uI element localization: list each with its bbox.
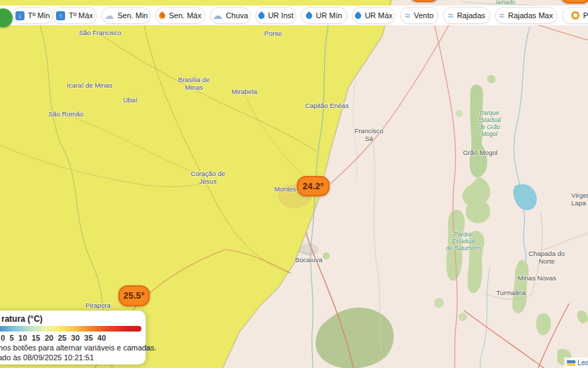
toolbar-button-label: Rajadas Max [508, 11, 553, 20]
legend-hint-text: nos botões para alternar variáveis e cam… [0, 343, 157, 352]
legend-panel: ratura (°C) 0 5 10 15 20 25 30 35 40 nos… [0, 311, 146, 364]
legend-scale-values: 0 5 10 15 20 25 30 35 40 [1, 334, 106, 342]
weather-map-app: São FranciscoPonteIcaraí de MinasBrasíli… [0, 0, 588, 368]
toolbar-button-label: Pre [583, 11, 588, 20]
wind-icon: ≈ [499, 11, 505, 20]
legend-updated-text: ado às 08/09/2025 10:21:51 [0, 353, 94, 362]
wind-icon: ≈ [448, 11, 454, 20]
wind-icon: ≈ [405, 11, 411, 20]
toolbar-button-label: Vento [414, 11, 433, 20]
toolbar-button-label: Sen. Máx [169, 11, 201, 20]
temperature-marker[interactable]: 24.2° [297, 176, 330, 196]
toolbar: ↓Tº Min↑Tº Máx☁Sen. MinSen. Máx☁ChuvaUR … [0, 6, 588, 25]
rain-cloud-icon: ☁ [213, 11, 223, 20]
toolbar-button-t-min[interactable]: ↓Tº Min [13, 7, 52, 24]
legend-title: ratura (°C) [1, 314, 43, 324]
droplet-icon [257, 11, 266, 20]
toolbar-button-sen-min[interactable]: ☁Sen. Min [102, 7, 150, 24]
temp-up-icon: ↑ [56, 11, 65, 20]
toolbar-button-ur-inst[interactable]: UR Inst [255, 7, 296, 24]
map-attribution: Leaflet [564, 357, 588, 368]
leaflet-link[interactable]: Leaflet [578, 359, 588, 367]
toolbar-button-label: UR Inst [268, 11, 294, 20]
pressure-icon [571, 11, 580, 20]
toolbar-button-label: UR Mín [316, 11, 342, 20]
temperature-gradient-bar [0, 326, 141, 332]
toolbar-button-label: Rajadas [457, 11, 485, 20]
toolbar-button-label: Tº Min [28, 11, 50, 20]
droplet-icon [304, 11, 314, 20]
droplet-icon [354, 11, 363, 20]
ukraine-flag-icon [567, 360, 575, 366]
toolbar-button-rajadas[interactable]: ≈Rajadas [443, 7, 490, 24]
toolbar-button-sen-m-x[interactable]: Sen. Máx [155, 7, 205, 24]
toolbar-button-rajadas-max[interactable]: ≈Rajadas Max [495, 7, 557, 24]
temp-down-icon: ↓ [15, 11, 24, 20]
toolbar-button-label: UR Máx [365, 11, 393, 20]
toolbar-button-label: Tº Máx [69, 11, 93, 20]
toolbar-button-pre[interactable]: Pre [562, 7, 588, 24]
toolbar-button-t-m-x[interactable]: ↑Tº Máx [52, 7, 97, 24]
toolbar-button-label: Chuva [226, 11, 248, 20]
toolbar-button-ur-m-n[interactable]: UR Mín [301, 7, 347, 24]
toolbar-button-ur-m-x[interactable]: UR Máx [352, 7, 396, 24]
temperature-marker[interactable]: 25.5° [118, 285, 150, 306]
toolbar-button-vento[interactable]: ≈Vento [400, 7, 438, 24]
flame-icon [158, 11, 167, 20]
toolbar-button-label: Sen. Min [118, 11, 148, 20]
toolbar-button-chuva[interactable]: ☁Chuva [210, 7, 251, 24]
cloud-icon: ☁ [104, 11, 114, 20]
